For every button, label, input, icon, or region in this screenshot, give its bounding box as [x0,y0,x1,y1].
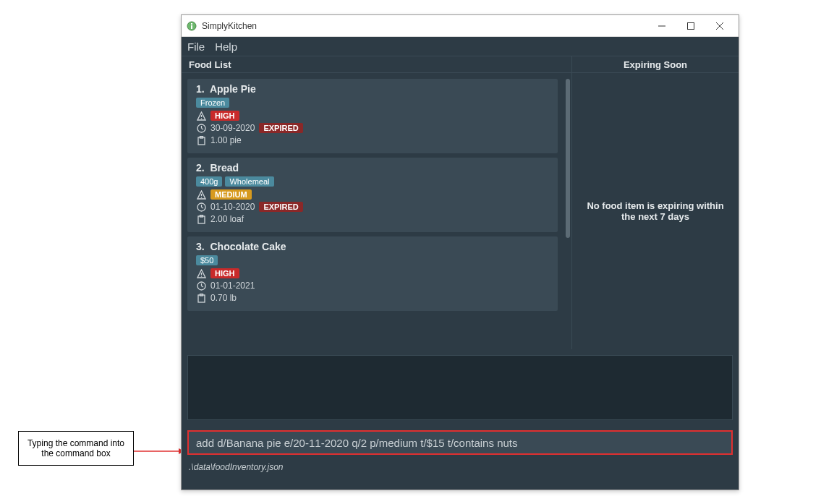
svg-point-27 [200,276,202,277]
qty-row: 1.00 pie [196,135,550,145]
food-tag: 400g [196,176,222,187]
clipboard-icon [196,214,206,224]
svg-rect-6 [688,22,694,29]
expiry-row: 01-10-2020 EXPIRED [196,202,550,212]
annotation-callout: Typing the command into the command box [18,431,134,466]
svg-rect-4 [191,25,192,29]
expiring-panel: No food item is expiring within the next… [572,73,739,349]
menu-file[interactable]: File [187,40,205,53]
maximize-button[interactable] [676,15,705,37]
clipboard-icon [196,135,206,145]
expiring-empty-text: No food item is expiring within the next… [587,200,724,222]
qty-value: 0.70 lb [210,293,237,303]
window-title: SimplyKitchen [202,21,647,31]
warning-icon [196,268,206,278]
food-tags: Frozen [196,98,550,108]
command-area: add d/Banana pie e/20-11-2020 q/2 p/medi… [182,426,739,459]
food-tag: Wholemeal [225,176,273,187]
expiry-date: 30-09-2020 [210,123,255,133]
food-card[interactable]: 1. Apple Pie Frozen HIGH 30-09-2020 [187,79,558,153]
warning-icon [196,111,206,121]
titlebar: SimplyKitchen [182,15,739,37]
qty-value: 1.00 pie [210,135,242,145]
menu-help[interactable]: Help [215,40,237,53]
food-title: 1. Apple Pie [196,83,550,95]
food-tags: $50 [196,255,550,265]
main-panels: 1. Apple Pie Frozen HIGH 30-09-2020 [182,73,739,349]
output-area [182,349,739,426]
food-title: 2. Bread [196,162,550,174]
svg-rect-3 [191,23,192,25]
svg-line-30 [201,286,203,287]
priority-row: HIGH [196,268,550,278]
menubar: File Help [182,37,739,56]
priority-badge: MEDIUM [210,189,252,200]
command-value: add d/Banana pie e/20-11-2020 q/2 p/medi… [196,437,517,449]
svg-point-19 [200,197,202,198]
panel-headers: Food List Expiring Soon [182,56,739,73]
expired-badge: EXPIRED [259,202,302,212]
food-list: 1. Apple Pie Frozen HIGH 30-09-2020 [182,73,572,349]
warning-icon [196,189,206,200]
clock-icon [196,123,206,133]
expired-badge: EXPIRED [259,123,302,133]
priority-badge: HIGH [210,111,239,121]
minimize-button[interactable] [647,15,676,37]
statusbar-path: .\data\foodInventory.json [189,462,284,472]
food-tag: $50 [196,255,218,265]
app-icon [186,20,197,32]
qty-row: 2.00 loaf [196,214,550,224]
svg-line-22 [201,207,203,208]
svg-line-14 [201,128,203,129]
priority-row: HIGH [196,111,550,121]
expiry-row: 01-01-2021 [196,281,550,291]
close-button[interactable] [705,15,734,37]
expiry-date: 01-01-2021 [210,281,255,291]
clock-icon [196,281,206,291]
expiry-row: 30-09-2020 EXPIRED [196,123,550,133]
priority-row: MEDIUM [196,189,550,200]
clock-icon [196,202,206,212]
command-input[interactable]: add d/Banana pie e/20-11-2020 q/2 p/medi… [187,430,733,455]
statusbar: .\data\foodInventory.json [182,459,739,475]
expiry-date: 01-10-2020 [210,202,255,212]
clipboard-icon [196,293,206,303]
output-text [187,355,733,420]
expiring-soon-header: Expiring Soon [572,56,739,72]
annotation-text: Typing the command into the command box [22,438,130,458]
priority-badge: HIGH [210,268,239,278]
scrollbar-thumb[interactable] [566,79,570,238]
food-title: 3. Chocolate Cake [196,241,550,252]
qty-row: 0.70 lb [196,293,550,303]
annotation-arrow [134,448,184,449]
food-card[interactable]: 3. Chocolate Cake $50 HIGH 01-01-2021 [187,236,558,311]
food-tag: Frozen [196,98,229,108]
qty-value: 2.00 loaf [210,214,244,224]
food-card[interactable]: 2. Bread 400g Wholemeal MEDIUM 01-1 [187,158,558,232]
food-tags: 400g Wholemeal [196,176,550,187]
svg-point-11 [200,118,202,119]
app-window: SimplyKitchen File Help Food List Expiri… [181,14,739,490]
food-list-header: Food List [182,56,572,72]
